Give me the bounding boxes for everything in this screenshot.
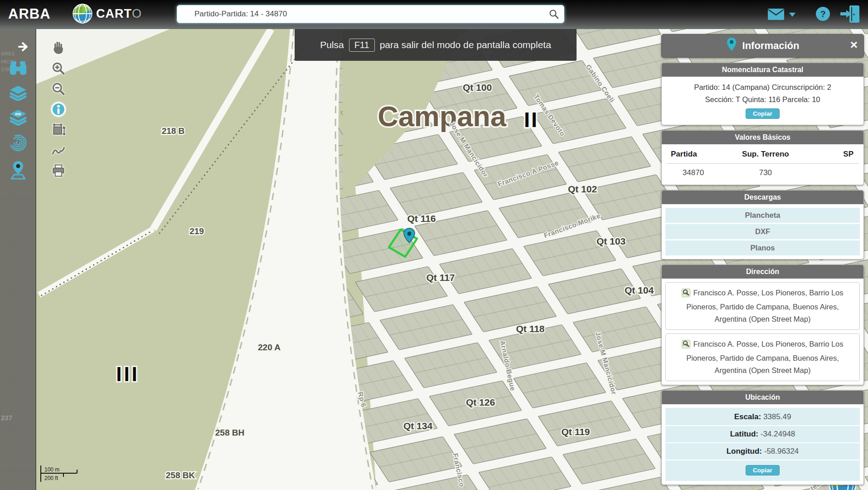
measure-path-button[interactable] [49,141,68,160]
map-label-218b: 218 B [162,126,185,136]
map-toolbar [49,39,68,180]
map-label-258bh: 258 BH [215,428,244,437]
latitud-row: Latitud: -34.24948 [665,426,860,443]
map-label-220a: 220 A [258,343,281,352]
search-icon[interactable] [549,9,559,21]
download-plancheta[interactable]: Plancheta [665,208,860,224]
arba-logo[interactable]: ARBA [8,0,51,28]
close-icon[interactable]: × [850,38,858,52]
nomenclatura-line2: Sección: T Quinta: 116 Parcela: 10 [665,93,860,106]
zoom-in-button[interactable] [49,59,68,78]
fingerprint-icon[interactable] [10,134,27,153]
download-dxf[interactable]: DXF [665,224,860,240]
escala-row: Escala: 3385.49 [665,409,860,426]
carto-logo-light: O [132,7,142,20]
search-input[interactable] [177,5,564,23]
info-panel-header: Información × [661,34,864,58]
arba-carto-app: { "topbar": { "brand": "ARBA", "logo_bol… [0,0,868,490]
layers-icon[interactable] [9,85,27,103]
address-result[interactable]: Francisco A. Posse, Los Pioneros, Barrio… [665,333,860,381]
svg-text:100 m: 100 m [44,466,59,473]
map-label-city-suffix: II [524,108,538,132]
col-header-sp: SP [811,150,859,163]
nomenclatura-line1: Partido: 14 (Campana) Circunscripción: 2 [665,81,860,93]
longitud-row: Longitud: -58.96324 [665,443,860,461]
notice-prefix: Pulsa [320,39,344,50]
address-result[interactable]: Francisco A. Posse, Los Pioneros, Barrio… [665,282,860,330]
location-pin-icon [726,37,737,54]
address-result-text: Francisco A. Posse, Los Pioneros, Barrio… [686,340,843,374]
info-panel-title: Información [742,40,800,52]
map-label-qt119: Qt 119 [561,426,590,437]
section-ubicacion: Ubicación Escala: 3385.49 Latitud: -34.2… [661,390,864,485]
info-tool-button[interactable] [49,100,68,119]
carto-logo[interactable]: CARTO [73,4,142,24]
col-header-sup-terreno: Sup. Terreno [720,150,811,163]
svg-text:200 ft: 200 ft [44,475,58,481]
svg-text:?: ? [820,9,825,19]
print-button[interactable] [49,161,68,180]
carto-globe-icon [73,4,92,24]
value-sup-terreno: 730 [720,168,811,182]
fullscreen-notice: Pulsa F11 para salir del modo de pantall… [295,29,577,61]
address-result-text: Francisco A. Posse, Los Pioneros, Barrio… [686,289,843,323]
map-label-qt116: Qt 116 [407,213,436,224]
expand-sidebar-arrow-icon[interactable] [18,42,30,54]
osm-result-icon [682,289,690,301]
svg-text:IDE: IDE [15,112,21,116]
top-bar: ARBA CARTO ? [0,0,868,29]
f11-key: F11 [349,39,375,52]
map-label-237: 237 [1,414,12,421]
map-label-qt126: Qt 126 [466,397,495,407]
nomenclatura-title: Nomenclatura Catastral [662,63,863,77]
map-label-iii: III [116,363,140,385]
copy-ubicacion-button[interactable]: Copiar [746,465,780,475]
street-locate-icon[interactable] [8,160,28,182]
direccion-title: Dirección [662,265,863,279]
map-label-qt100: Qt 100 [463,82,492,93]
ide-layers-icon[interactable]: IDE [9,109,27,127]
logout-icon[interactable] [840,5,861,25]
measure-area-button[interactable] [49,120,68,139]
valores-title: Valores Básicos [662,131,863,144]
map-label-qt104: Qt 104 [625,285,654,295]
latitud-value: -34.24948 [761,430,795,438]
download-planos[interactable]: Planos [665,240,860,255]
osm-result-icon [682,340,690,352]
section-nomenclatura: Nomenclatura Catastral Partido: 14 (Camp… [661,63,864,125]
mail-dropdown-caret[interactable] [789,13,795,17]
notice-suffix: para salir del modo de pantalla completa [380,39,551,50]
sidebar-rail: IDE [6,42,30,182]
map-label-219: 219 [189,226,204,236]
section-direccion: Dirección Francisco A. Posse, Los Pioner… [661,265,864,385]
map-label-qt134: Qt 134 [403,421,433,431]
longitud-value: -58.96324 [764,447,799,456]
map-label-qt118: Qt 118 [516,323,544,334]
ubicacion-title: Ubicación [662,391,863,404]
copy-nomenclatura-button[interactable]: Copiar [746,108,780,119]
map-label-city: Campana [378,100,507,132]
escala-value: 3385.49 [763,412,791,421]
mail-icon[interactable] [768,9,784,22]
map-label-qt117: Qt 117 [426,272,455,283]
search-binoculars-icon[interactable] [9,60,27,78]
map-label-258bk: 258 BK [166,470,195,480]
zoom-out-button[interactable] [49,79,68,98]
section-valores-basicos: Valores Básicos Partida Sup. Terreno SP … [661,130,864,185]
pan-tool-button[interactable] [49,39,68,58]
descargas-title: Descargas [662,191,863,204]
value-partida: 34870 [666,168,720,182]
section-descargas: Descargas Plancheta DXF Planos [661,190,864,260]
carto-logo-bold: CART [96,7,132,20]
col-header-partida: Partida [666,150,720,163]
map-label-qt102: Qt 102 [568,184,597,194]
map-label-qt103: Qt 103 [596,236,626,246]
help-icon[interactable]: ? [815,6,830,23]
value-sp [811,168,859,182]
info-panel: Información × Nomenclatura Catastral Par… [661,34,864,485]
